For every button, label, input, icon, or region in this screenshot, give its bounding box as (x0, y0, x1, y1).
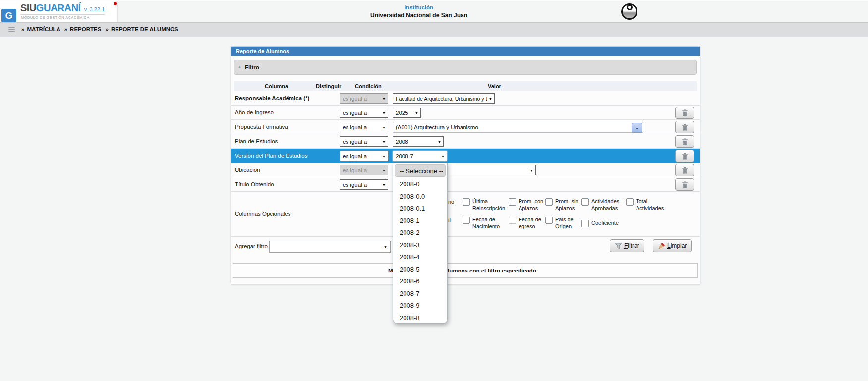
limpiar-button[interactable]: Limpiar (653, 239, 692, 252)
filter-table-header: Columna Distinguir Condición Valor (234, 81, 697, 91)
institution-label: Institución (0, 4, 838, 10)
dropdown-option[interactable]: 2008-1 (393, 215, 447, 227)
optional-column-total-actividades: Total Actividades (626, 198, 668, 212)
checkbox[interactable] (545, 217, 553, 224)
value-select[interactable]: (A001) Arquitectura y Urbanismo▼ (393, 122, 643, 133)
chevron-down-icon: ▼ (489, 97, 492, 100)
checkbox[interactable] (463, 198, 470, 206)
delete-filter-button[interactable] (675, 164, 694, 176)
chevron-down-icon: ▼ (441, 154, 445, 158)
condition-select[interactable]: es igual a▼ (340, 93, 388, 104)
column-header-condicion: Condición (355, 81, 382, 91)
institution-name: Universidad Nacional de San Juan (0, 12, 838, 19)
delete-filter-button[interactable] (675, 135, 694, 148)
columnas-opcionales-label: Columnas Opcionales (235, 211, 291, 217)
dropdown-option[interactable]: 2008-0.1 (393, 203, 447, 215)
dropdown-option[interactable]: 2008-7 (393, 288, 447, 300)
filter-row-titulo-obtenido: Título Obtenido es igual a▼ (231, 177, 700, 192)
delete-filter-button[interactable] (675, 178, 694, 191)
breadcrumb-item-reportes[interactable]: REPORTES (70, 26, 101, 32)
value-select[interactable]: Facultad de Arquitectura, Urbanismo y Di… (393, 93, 495, 104)
dropdown-option[interactable]: 2008-5 (393, 264, 447, 276)
funnel-icon (615, 242, 622, 250)
filter-label: Responsable Académica (*) (235, 95, 309, 101)
optional-column-actividades-aprobadas: Actividades Aprobadas (581, 198, 625, 212)
condition-select[interactable]: es igual a▼ (340, 136, 388, 147)
breadcrumb-separator: » (64, 26, 67, 32)
chevron-down-icon: ▼ (415, 111, 418, 114)
chevron-down-icon: ▼ (382, 168, 386, 172)
hidden-label-fragment: no (448, 199, 454, 205)
condition-select[interactable]: es igual a▼ (340, 179, 388, 190)
breadcrumb-item-matricula[interactable]: MATRÍCULA (27, 26, 60, 32)
filter-row-plan-de-estudios: Plan de Estudios es igual a▼ 2008▼ (231, 134, 700, 149)
delete-filter-button[interactable] (675, 107, 694, 119)
hidden-label-fragment: il (448, 217, 451, 223)
filter-row-version-del-plan-active: Versión del Plan de Estudios es igual a▼… (231, 149, 700, 163)
optional-column-prom-con-aplazos: Prom. con Aplazos (509, 198, 545, 212)
dropdown-option[interactable]: 2008-3 (393, 239, 447, 252)
dropdown-option-seleccione[interactable]: -- Seleccione -- (395, 164, 446, 177)
checkbox[interactable] (463, 217, 470, 224)
filter-label: Título Obtenido (235, 181, 274, 187)
value-select[interactable]: 2025▼ (393, 108, 421, 118)
filter-label: Propuesta Formativa (235, 124, 288, 130)
chevron-down-icon: ▼ (382, 183, 386, 186)
filtro-label: Filtro (245, 64, 259, 70)
dropdown-option[interactable]: 2008-8 (393, 312, 447, 324)
reporte-de-alumnos-panel: Reporte de Alumnos ▲ Filtro Columna Dist… (231, 46, 700, 284)
dropdown-option[interactable]: 2008-6 (393, 275, 447, 288)
version-plan-dropdown-list: -- Seleccione -- 2008-0 2008-0.0 2008-0.… (393, 163, 448, 324)
checkbox[interactable] (626, 198, 634, 206)
breadcrumb-item-reporte-de-alumnos[interactable]: REPORTE DE ALUMNOS (111, 26, 178, 32)
university-seal-icon (621, 3, 637, 20)
breadcrumb: »MATRÍCULA »REPORTES »REPORTE DE ALUMNOS (19, 26, 178, 32)
delete-filter-button[interactable] (675, 121, 694, 133)
condition-select[interactable]: es igual a▼ (340, 108, 388, 118)
optional-column-prom-sin-aplazos: Prom. sin Aplazos (545, 198, 581, 212)
filtrar-button[interactable]: Filtrar (610, 239, 644, 252)
chevron-down-icon: ▼ (384, 245, 387, 249)
filter-label: Ubicación (235, 167, 260, 173)
column-header-valor: Valor (488, 81, 501, 91)
filter-row-ano-de-ingreso: Año de Ingreso es igual a▼ 2025▼ (231, 106, 700, 120)
condition-select[interactable]: es igual a▼ (340, 151, 388, 161)
institution-block: Institución Universidad Nacional de San … (0, 4, 838, 19)
value-select-open[interactable]: 2008-7▼ (393, 151, 447, 161)
checkbox[interactable] (545, 198, 553, 206)
condition-select[interactable]: es igual a▼ (340, 122, 388, 132)
optional-column-fecha-de-egreso: Fecha de egreso (509, 217, 545, 230)
delete-filter-button[interactable] (675, 150, 694, 162)
agregar-filtro-label: Agregar filtro (235, 243, 268, 249)
column-header-distinguir: Distinguir (316, 81, 341, 91)
value-select[interactable]: 2008▼ (393, 136, 444, 147)
dropdown-option[interactable]: 2008-2 (393, 227, 447, 239)
filter-label: Año de Ingreso (235, 109, 274, 115)
dropdown-option[interactable]: 2008-9 (393, 300, 447, 312)
agregar-filtro-select[interactable]: ▼ (269, 241, 391, 253)
dropdown-option[interactable]: 2008-0 (393, 178, 447, 191)
column-header-columna: Columna (265, 81, 288, 91)
chevron-down-icon: ▼ (382, 125, 386, 129)
menu-icon[interactable] (8, 27, 15, 32)
breadcrumb-separator: » (106, 26, 109, 32)
chevron-down-button[interactable]: ▼ (632, 123, 642, 133)
chevron-down-icon: ▼ (382, 140, 386, 143)
filter-row-propuesta-formativa: Propuesta Formativa es igual a▼ (A001) A… (231, 120, 700, 134)
filter-row-ubicacion: Ubicación es igual a▼ ▼ (231, 163, 700, 177)
filtro-collapse-header[interactable]: ▲ Filtro (234, 60, 697, 75)
dropdown-option[interactable]: 2008-0.0 (393, 191, 447, 203)
chevron-down-icon: ▼ (438, 140, 441, 143)
chevron-down-icon: ▼ (530, 168, 533, 172)
optional-column-fecha-de-nacimiento: Fecha de Nacimiento (463, 217, 508, 230)
checkbox[interactable] (581, 198, 589, 206)
dropdown-option[interactable]: 2008-4 (393, 251, 447, 264)
condition-select[interactable]: es igual a▼ (340, 165, 388, 175)
filter-label: Plan de Estudios (235, 138, 278, 144)
checkbox[interactable] (581, 220, 589, 227)
chevron-down-icon: ▼ (382, 97, 386, 100)
collapse-arrow-icon: ▲ (238, 65, 241, 68)
checkbox[interactable] (509, 217, 516, 224)
checkbox[interactable] (509, 198, 516, 206)
chevron-down-icon: ▼ (382, 154, 386, 158)
